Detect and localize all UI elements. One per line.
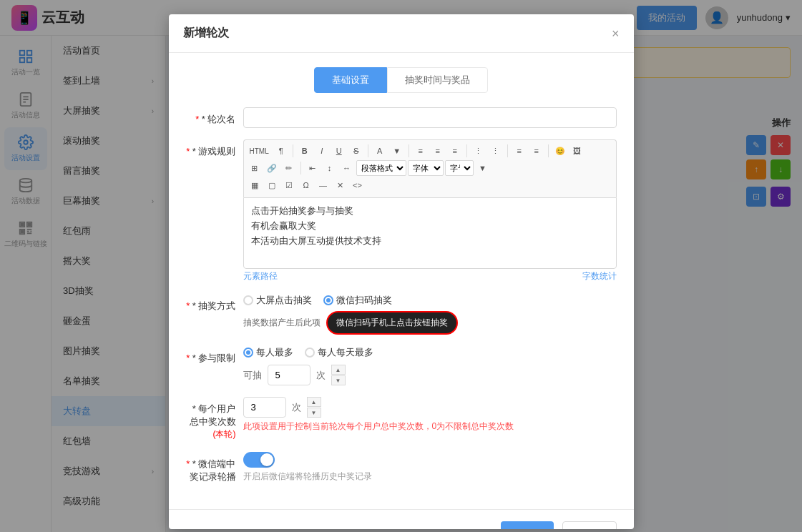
form-row-per-user-wins: * 每个用户总中奖次数 (本轮) 次 ▲ ▼ 此项设置用于控制当前轮次每个用户总… [186, 397, 617, 440]
toolbar-sep2 [368, 144, 368, 157]
form-row-round-name: * 轮次名 [186, 107, 617, 128]
radio-wechat-scan[interactable]: 微信扫码抽奖 [323, 294, 392, 307]
stepper-down-btn[interactable]: ▼ [331, 375, 346, 385]
tab-lottery-time-prizes[interactable]: 抽奖时间与奖品 [387, 67, 488, 93]
per-user-wins-info: 此项设置用于控制当前轮次每个用户总中奖次数，0为不限制总中奖次数 [243, 420, 617, 433]
toolbar-sub-btn[interactable]: ↕ [322, 160, 338, 176]
per-user-wins-control: 次 ▲ ▼ 此项设置用于控制当前轮次每个用户总中奖次数，0为不限制总中奖次数 [243, 397, 617, 433]
toolbar-hr-btn[interactable]: — [316, 177, 331, 193]
editor-line-1: 点击开始抽奖参与与抽奖 [251, 204, 609, 219]
radio-circle-per-person-max [243, 348, 253, 358]
form-row-participation: * 参与限制 每人最多 每人每天最多 可抽 [186, 346, 617, 385]
dialog-title: 新增轮次 [183, 26, 229, 41]
toolbar-checkbox-btn[interactable]: ☑ [281, 177, 297, 193]
toolbar-font-select[interactable]: 字体 [408, 160, 444, 176]
toolbar-underline-btn[interactable]: U [331, 143, 347, 159]
dialog-body: 基础设置 抽奖时间与奖品 * 轮次名 * 游戏规则 H [169, 53, 634, 509]
toolbar-link-btn[interactable]: 🔗 [264, 160, 280, 176]
toolbar-super-btn[interactable]: ↔ [339, 160, 355, 176]
editor-toolbar: HTML ¶ B I U S A ▼ ≡ ≡ [243, 139, 617, 197]
toolbar-sep7 [300, 162, 301, 174]
toolbar-border-btn[interactable]: ▢ [264, 177, 280, 193]
toolbar-source-btn[interactable]: <> [350, 177, 366, 193]
round-name-control [243, 107, 617, 128]
lottery-method-radio-group: 大屏点击抽奖 微信扫码抽奖 [243, 294, 617, 307]
per-user-wins-sublabel: (本轮) [213, 429, 236, 439]
editor-line-2: 有机会赢取大奖 [251, 219, 609, 234]
toolbar-html-btn[interactable]: HTML [247, 143, 272, 159]
round-name-label: * 轮次名 [186, 107, 243, 126]
toolbar-align-left-btn[interactable]: ≡ [413, 143, 429, 159]
per-user-wins-input[interactable] [243, 397, 286, 418]
toolbar-sep5 [507, 144, 508, 157]
radio-per-person-each[interactable]: 每人每天最多 [305, 346, 373, 359]
wechat-broadcast-toggle[interactable] [243, 452, 275, 468]
dialog: 新增轮次 × 基础设置 抽奖时间与奖品 * 轮次名 [169, 14, 634, 529]
wechat-broadcast-label: * 微信端中奖记录轮播 [186, 452, 243, 483]
toolbar-outdent-btn[interactable]: ⋮ [488, 143, 504, 159]
toolbar-paragraph-btn[interactable]: ¶ [273, 143, 289, 159]
wechat-broadcast-control: 开启后微信端将轮播历史中奖记录 [243, 452, 617, 483]
toolbar-indent-btn[interactable]: ⋮ [471, 143, 486, 159]
lottery-hint-text: 抽奖数据产生后此项 [243, 317, 321, 329]
toolbar-table-btn[interactable]: ⊞ [247, 160, 263, 176]
form-row-lottery-method: * 抽奖方式 大屏点击抽奖 微信扫码抽奖 抽奖数据产生后此项 [186, 294, 617, 335]
per-user-wins-stepper: ▲ ▼ [307, 397, 321, 418]
toolbar-size-select[interactable]: 字号 [445, 160, 474, 176]
confirm-button[interactable]: 确定 [501, 521, 554, 529]
drawable-unit: 次 [316, 369, 326, 382]
game-rules-control: HTML ¶ B I U S A ▼ ≡ ≡ [243, 139, 617, 282]
radio-label-per-person-each: 每人每天最多 [318, 346, 373, 359]
radio-label-bigscreen: 大屏点击抽奖 [256, 294, 312, 307]
wins-stepper-down-btn[interactable]: ▼ [307, 408, 321, 418]
toolbar-list-btn[interactable]: ≡ [512, 143, 527, 159]
round-name-input[interactable] [243, 107, 617, 128]
form-row-wechat-broadcast: * 微信端中奖记录轮播 开启后微信端将轮播历史中奖记录 [186, 452, 617, 483]
radio-bigscreen-click[interactable]: 大屏点击抽奖 [243, 294, 312, 307]
radio-circle-per-person-each [305, 348, 315, 358]
element-path-link[interactable]: 元素路径 [243, 270, 278, 282]
toolbar-italic-btn[interactable]: I [314, 143, 330, 159]
lottery-method-label: * 抽奖方式 [186, 294, 243, 312]
word-count-link[interactable]: 字数统计 [582, 270, 617, 282]
dialog-close-button[interactable]: × [612, 27, 620, 40]
cancel-button[interactable]: 取消 [562, 521, 617, 529]
wins-stepper-up-btn[interactable]: ▲ [307, 397, 321, 407]
toolbar-pencil-btn[interactable]: ✏ [281, 160, 297, 176]
form-row-game-rules: * 游戏规则 HTML ¶ B I U S A ▼ [186, 139, 617, 282]
toolbar-clear-btn[interactable]: ✕ [333, 177, 348, 193]
drawable-input[interactable] [268, 365, 310, 385]
editor-content[interactable]: 点击开始抽奖参与与抽奖 有机会赢取大奖 本活动由大屏互动提供技术支持 [243, 197, 617, 269]
editor-footer: 元素路径 字数统计 [243, 270, 617, 282]
toolbar-indent2-btn[interactable]: ⇤ [305, 160, 321, 176]
lottery-method-control: 大屏点击抽奖 微信扫码抽奖 抽奖数据产生后此项 微信扫码手机上点击按钮抽奖 [243, 294, 617, 335]
radio-circle-bigscreen [243, 295, 253, 305]
toolbar-special-btn[interactable]: Ω [298, 177, 314, 193]
per-user-wins-unit: 次 [292, 401, 301, 414]
toggle-knob [260, 453, 273, 466]
toolbar-size-dropdown-btn[interactable]: ▼ [475, 160, 491, 176]
toolbar-bg-btn[interactable]: ▦ [247, 177, 263, 193]
tab-basic-settings[interactable]: 基础设置 [314, 67, 387, 93]
drawable-stepper: ▲ ▼ [331, 365, 346, 385]
toolbar-olist-btn[interactable]: ≡ [529, 143, 544, 159]
toolbar-fontcolor-dropdown-btn[interactable]: ▼ [389, 143, 405, 159]
per-user-wins-label-text: * 每个用户总中奖次数 [190, 403, 236, 427]
tooltip-container: 微信扫码手机上点击按钮抽奖 [326, 311, 458, 335]
toolbar-format-select[interactable]: 段落格式 [356, 160, 406, 176]
stepper-up-btn[interactable]: ▲ [331, 365, 346, 375]
toolbar-bold-btn[interactable]: B [297, 143, 313, 159]
drawable-input-wrap [268, 365, 310, 385]
toolbar-strikethrough-btn[interactable]: S [348, 143, 364, 159]
participation-control: 每人最多 每人每天最多 可抽 次 ▲ [243, 346, 617, 385]
toolbar-fontcolor-btn[interactable]: A [372, 143, 388, 159]
participation-label: * 参与限制 [186, 346, 243, 365]
wechat-broadcast-subtext: 开启后微信端将轮播历史中奖记录 [243, 471, 617, 483]
drawable-label: 可抽 [243, 369, 262, 382]
toolbar-emoji-btn[interactable]: 😊 [552, 143, 568, 159]
tooltip-box: 微信扫码手机上点击按钮抽奖 [326, 311, 458, 335]
toolbar-align-center-btn[interactable]: ≡ [430, 143, 446, 159]
radio-per-person-max[interactable]: 每人最多 [243, 346, 293, 359]
toolbar-image-btn[interactable]: 🖼 [569, 143, 585, 159]
toolbar-align-right-btn[interactable]: ≡ [447, 143, 463, 159]
